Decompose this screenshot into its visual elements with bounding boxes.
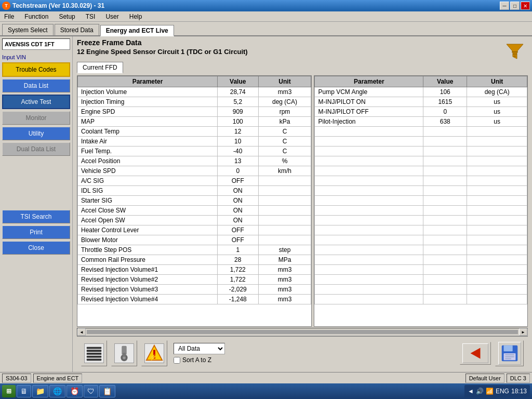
- trouble-codes-button[interactable]: Trouble Codes: [2, 62, 70, 77]
- window-controls: ─ □ ✕: [500, 2, 530, 10]
- save-button[interactable]: [495, 340, 524, 366]
- empty-cell: [315, 206, 423, 216]
- scroll-left-arrow[interactable]: ◄: [77, 328, 86, 336]
- unit-cell: mm3: [258, 87, 311, 97]
- tray-network-icon: 📶: [486, 388, 494, 395]
- table-row: Revised Injection Volume#1 1,722 mm3: [78, 265, 311, 275]
- right-data-table: Parameter Value Unit Pump VCM Angle 106 …: [314, 76, 527, 304]
- table-row: Accel Close SW ON: [78, 206, 311, 216]
- value-cell: 638: [423, 117, 467, 127]
- param-cell: M-INJ/PILOT ON: [315, 97, 423, 107]
- sort-az-checkbox[interactable]: [174, 357, 180, 364]
- table-row: Vehicle SPD 0 km/h: [78, 166, 311, 176]
- left-table-container[interactable]: Parameter Value Unit Injection Volume 28…: [77, 75, 312, 327]
- menu-bar: File Function Setup TSI User Help: [0, 11, 532, 22]
- unit-cell: deg (CA): [258, 97, 311, 107]
- menu-setup[interactable]: Setup: [57, 12, 77, 21]
- svg-rect-1: [512, 51, 518, 52]
- value-cell: OFF: [218, 235, 259, 245]
- taskbar-app-3[interactable]: 🌐: [49, 385, 65, 397]
- current-ffd-tab[interactable]: Current FFD: [77, 62, 123, 73]
- tab-system-select[interactable]: System Select: [2, 24, 54, 35]
- unit-cell: [258, 176, 311, 186]
- active-test-button[interactable]: Active Test: [2, 95, 70, 109]
- tray-arrow[interactable]: ◄: [468, 388, 474, 395]
- param-cell: Starter SIG: [78, 196, 218, 206]
- dual-data-list-button[interactable]: Dual Data List: [2, 142, 70, 156]
- freeze-frame-title: Freeze Frame Data: [77, 38, 528, 47]
- unit-cell: mm3: [258, 295, 311, 304]
- param-cell: Vehicle SPD: [78, 166, 218, 176]
- ffd-tab-bar: Current FFD: [77, 62, 528, 73]
- tray-sound-icon: 🔊: [476, 388, 484, 395]
- utility-button[interactable]: Utility: [2, 127, 70, 140]
- fault-code-button[interactable]: ⚡: [141, 340, 167, 366]
- svg-marker-17: [471, 348, 481, 359]
- horizontal-scrollbar[interactable]: ◄ ►: [77, 328, 528, 336]
- param-cell: Accel Close SW: [78, 206, 218, 216]
- tab-energy-ect-live[interactable]: Energy and ECT Live: [100, 25, 174, 36]
- value-cell: 100: [218, 117, 259, 127]
- status-user: Default User: [466, 374, 504, 383]
- close-button-sidebar[interactable]: Close: [2, 241, 70, 255]
- param-cell: Engine SPD: [78, 107, 218, 117]
- tab-stored-data[interactable]: Stored Data: [55, 24, 99, 35]
- empty-cell: [315, 295, 423, 304]
- unit-cell: MPa: [258, 255, 311, 265]
- unit-cell: mm3: [258, 265, 311, 275]
- close-button[interactable]: ✕: [521, 2, 530, 10]
- unit-cell: mm3: [258, 285, 311, 295]
- svg-rect-23: [505, 358, 511, 360]
- unit-cell: kPa: [258, 117, 311, 127]
- tsi-search-button[interactable]: TSI Search: [2, 210, 70, 223]
- minimize-button[interactable]: ─: [500, 2, 509, 10]
- filter-icon: [502, 38, 528, 64]
- empty-cell: [315, 245, 423, 255]
- table-row: Coolant Temp 12 C: [78, 127, 311, 137]
- taskbar-app-6[interactable]: 📋: [99, 385, 115, 397]
- menu-function[interactable]: Function: [22, 12, 50, 21]
- param-cell: MAP: [78, 117, 218, 127]
- list-view-button[interactable]: [81, 340, 107, 366]
- print-button[interactable]: Print: [2, 225, 70, 239]
- param-cell: Common Rail Pressure: [78, 255, 218, 265]
- table-row: Injection Timing 5,2 deg (CA): [78, 97, 311, 107]
- left-data-table: Parameter Value Unit Injection Volume 28…: [77, 76, 311, 304]
- table-row: [315, 176, 527, 186]
- unit-cell: us: [467, 97, 527, 107]
- unit-cell: us: [467, 117, 527, 127]
- scroll-right-arrow[interactable]: ►: [519, 328, 527, 336]
- table-row: [315, 285, 527, 295]
- taskbar-app-2[interactable]: 📁: [32, 385, 48, 397]
- tool-button[interactable]: [111, 340, 137, 366]
- taskbar-app-5[interactable]: 🛡: [84, 385, 98, 397]
- start-button[interactable]: ⊞: [2, 385, 16, 397]
- maximize-button[interactable]: □: [510, 2, 520, 10]
- param-cell: Injection Volume: [78, 87, 218, 97]
- input-vin-label: Input VIN: [2, 54, 70, 60]
- taskbar-app-4[interactable]: ⏰: [66, 385, 83, 397]
- monitor-button[interactable]: Monitor: [2, 111, 70, 125]
- menu-help[interactable]: Help: [127, 12, 144, 21]
- param-cell: Coolant Temp: [78, 127, 218, 137]
- data-list-button[interactable]: Data List: [2, 79, 70, 92]
- menu-user[interactable]: User: [103, 12, 121, 21]
- unit-cell: km/h: [258, 166, 311, 176]
- value-cell: ON: [218, 206, 259, 216]
- right-table-container[interactable]: Parameter Value Unit Pump VCM Angle 106 …: [314, 75, 528, 327]
- value-cell: ON: [218, 186, 259, 196]
- content-area: Freeze Frame Data 12 Engine Speed Sensor…: [73, 36, 532, 372]
- data-filter-select[interactable]: All Data Current Data Snapshot: [174, 343, 225, 354]
- value-cell: 0: [218, 166, 259, 176]
- window-title: Techstream (Ver 10.30.029) - 31: [12, 2, 104, 9]
- menu-file[interactable]: File: [2, 12, 16, 21]
- param-cell: Blower Motor: [78, 235, 218, 245]
- param-cell: A/C SIG: [78, 176, 218, 186]
- menu-tsi[interactable]: TSI: [84, 12, 98, 21]
- taskbar-app-1[interactable]: 🖥: [17, 385, 31, 397]
- back-button[interactable]: [460, 342, 491, 365]
- table-row: [315, 255, 527, 265]
- left-param-header: Parameter: [78, 76, 218, 87]
- param-cell: Fuel Temp.: [78, 147, 218, 156]
- unit-cell: C: [258, 127, 311, 137]
